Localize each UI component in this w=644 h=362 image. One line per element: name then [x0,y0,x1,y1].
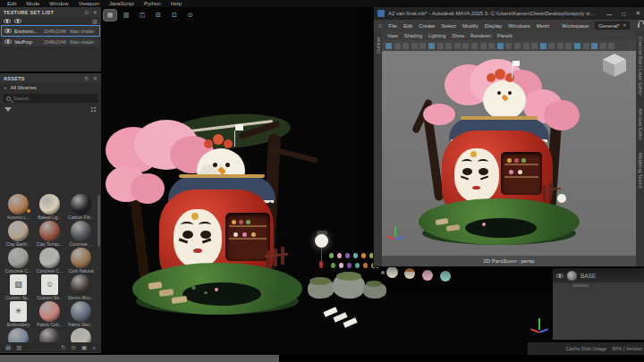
add-icon[interactable]: + [92,345,96,351]
dock-icon[interactable]: ⊙ [84,9,89,15]
maya-menu-item[interactable]: Create [419,23,435,29]
maya-toolbar-icon[interactable] [591,43,597,49]
axis-gizmo-y[interactable] [538,318,540,330]
maya-toolbar-icon[interactable] [497,43,504,49]
filter-funnel-icon[interactable] [4,107,12,112]
layer-name[interactable]: BASE [580,273,596,279]
refresh-icon[interactable]: ↻ [84,75,89,81]
maya-right-tab[interactable]: Modeling Toolkit [638,153,643,188]
panel-icon[interactable]: ▣ [81,344,87,351]
maya-menu-item[interactable]: Modify [462,23,479,29]
maya-toolbar-icon[interactable] [386,43,392,49]
maya-toolbar-icon[interactable] [548,43,555,49]
visibility-eye-icon[interactable] [4,39,12,44]
material-swatch[interactable]: Concrete ... [65,221,97,248]
maya-toolbar-icon[interactable] [419,43,426,49]
maya-menu-item[interactable]: File [388,23,397,29]
axis-gizmo-y[interactable] [394,226,396,237]
painter-toolbar-icon[interactable]: ⊟ [152,10,165,21]
painter-toolbar-icon[interactable]: ◫ [136,10,148,21]
workspace-lock-icon[interactable] [638,23,640,28]
maya-toolbar-icon[interactable] [394,43,401,49]
outliner-tab[interactable]: Outliner [376,37,381,54]
maya-toolbar-icon[interactable] [462,43,469,49]
maya-right-tab[interactable]: Attribute Editor [638,108,643,140]
maya-toolbar-icon[interactable] [514,43,521,49]
maya-toolbar-icon[interactable] [411,43,418,49]
maximize-button[interactable]: □ [623,11,626,17]
maya-toolbar-icon[interactable] [574,43,580,49]
painter-toolbar-icon[interactable]: ▦ [104,10,116,21]
maya-panel-menu-item[interactable]: Renderer [470,33,491,38]
painter-menu-item[interactable]: Help [171,0,182,7]
maya-camera-bar[interactable]: 2D Pan/Zoom : persp [382,256,636,266]
layer-visibility-eye-icon[interactable] [556,274,564,278]
maya-toolbar-icon[interactable] [471,43,478,49]
close-icon[interactable]: ✕ [93,75,97,81]
painter-toolbar-icon[interactable]: ▥ [120,10,132,21]
library-filter[interactable]: ▸ All libraries [0,83,101,92]
texture-set-row[interactable]: VanProp 2048x2048 Main shader [2,37,99,46]
maya-menu-item[interactable]: Windows [508,23,530,29]
material-swatch[interactable]: Carbon Fib... [65,194,97,221]
maya-toolbar-icon[interactable] [565,43,572,49]
sync-icon[interactable]: ↻ [61,344,65,351]
material-swatch[interactable]: Concrete C... [3,248,34,274]
material-swatch[interactable]: ▨ Custom Sp... [3,274,34,301]
visibility-eye-icon[interactable] [4,29,12,33]
maya-viewport[interactable] [382,51,636,256]
maya-panel-menu-item[interactable]: Panels [497,33,513,38]
grid-view-icon[interactable] [90,106,97,113]
maya-panel-menu-item[interactable]: View [387,33,398,38]
maya-window[interactable]: A2 van final.mb* - Autodesk MAYA 2025.3:… [374,7,644,266]
maya-toolbar-icon[interactable] [608,43,614,49]
axis-gizmo-z[interactable] [395,235,404,240]
texture-set-row[interactable]: Environm... 2048x2048 Main shader [2,26,99,36]
maya-toolbar-icon[interactable] [428,43,435,49]
maya-toolbar-icon[interactable] [402,43,409,49]
maya-panel-menu-item[interactable]: Show [452,33,464,38]
maya-viewcube[interactable] [603,54,626,77]
maya-toolbar-icon[interactable] [505,43,512,49]
assets-scrollbar[interactable] [97,195,100,247]
painter-menu-item[interactable]: Edit [7,0,16,7]
maya-right-tab[interactable]: Channel Box / Layer Editor [638,37,643,96]
visibility-eye-icon[interactable] [14,19,21,23]
material-swatch[interactable]: Fabric Den... [65,301,97,328]
detail-view-icon[interactable]: ▥ [16,344,21,351]
maya-panel-menu-item[interactable]: Lighting [428,33,445,38]
maya-toolbar-icon[interactable] [540,43,547,49]
visibility-eye-icon[interactable] [4,19,11,23]
material-swatch[interactable]: Cork Natural [65,248,97,274]
material-swatch[interactable]: Clay Earth... [3,221,34,248]
maya-menu-item[interactable]: Mesh [537,23,550,29]
painter-toolbar-icon[interactable]: ⊡ [168,10,181,21]
painter-toolbar-icon[interactable]: ⊙ [184,10,197,21]
maya-menu-item[interactable]: Edit [403,23,412,29]
painter-menu-item[interactable]: Viewport [79,0,99,7]
maya-panel-menu-item[interactable]: Shading [404,33,422,38]
list-view-icon[interactable]: ▤ [5,344,11,351]
maya-menu-item[interactable]: Display [485,23,503,29]
maya-toolbar-icon[interactable] [600,43,606,49]
material-swatch[interactable]: Clay Terrac... [34,221,65,248]
maya-toolbar-icon[interactable] [454,43,461,49]
close-icon[interactable]: ✕ [93,9,97,15]
maya-toolbar-icon[interactable] [583,43,589,49]
minimize-button[interactable]: — [606,11,613,17]
maya-toolbar-icon[interactable] [437,43,444,49]
axis-gizmo-z[interactable] [539,328,548,333]
material-swatch[interactable]: Denim Rou... [65,274,97,301]
material-swatch[interactable]: Autumn L... [3,194,34,221]
painter-menu-item[interactable]: Mode [26,0,39,7]
search-box[interactable] [4,94,97,103]
workspace-dropdown[interactable]: General* ▼ [595,21,630,29]
maya-menu-item[interactable]: Select [441,23,456,29]
maya-toolbar-icon[interactable] [445,43,452,49]
maya-toolbar-icon[interactable] [523,43,530,49]
material-swatch[interactable]: Fabric Cott... [34,301,65,328]
material-swatch[interactable]: ☺ Custom Sti... [34,274,65,301]
painter-menu-item[interactable]: JavaScript [109,0,134,7]
home-icon[interactable]: ⌂ [378,22,382,29]
settings-gear-icon[interactable]: ⊙ [72,344,76,351]
